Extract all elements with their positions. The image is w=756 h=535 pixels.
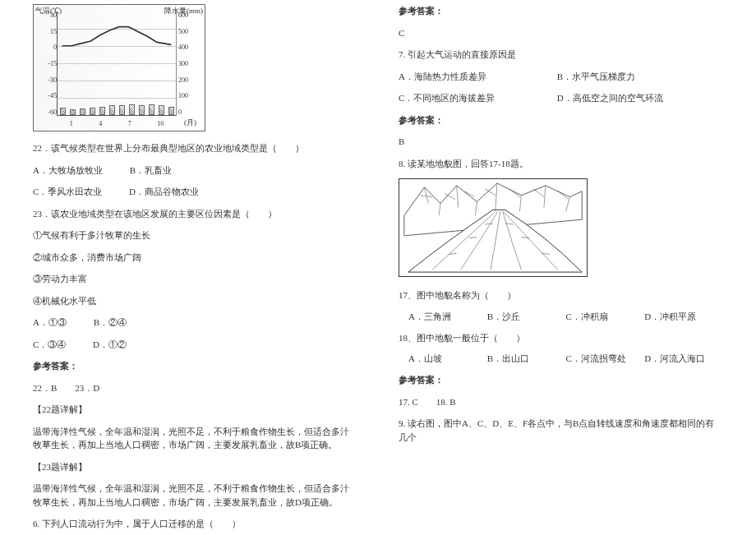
month-axis-ticks: 1 4 7 10 [57, 120, 177, 127]
answer-22-23: 22．B 23．D [33, 381, 357, 395]
q17-option-c: C．冲积扇 [566, 311, 645, 323]
q22-option-c: C．季风水田农业 [33, 185, 102, 199]
q7-options-row1: A．海陆热力性质差异 B．水平气压梯度力 [399, 70, 723, 84]
answer-label-1: 参考答案： [33, 359, 357, 373]
q23-stem-3: ③劳动力丰富 [33, 272, 357, 286]
q18-option-a: A．山坡 [399, 353, 487, 365]
q22-options-row1: A．大牧场放牧业 B．乳畜业 [33, 164, 357, 178]
q23-option-a: A．①③ [33, 316, 67, 330]
chart-plot-area [57, 12, 177, 116]
temp-axis-ticks: 30 15 0 -15 -30 -45 -60 [42, 12, 57, 116]
q22-option-d: D．商品谷物农业 [129, 185, 199, 199]
question-8: 8. 读某地地貌图，回答17-18题。 [399, 157, 723, 171]
q17-options: A．三角洲 B．沙丘 C．冲积扇 D．冲积平原 [399, 311, 723, 323]
explain-22-heading: 【22题详解】 [33, 403, 357, 417]
answer-6: C [399, 26, 723, 40]
q7-option-d: D．高低空之间的空气环流 [557, 91, 663, 105]
q17-option-a: A．三角洲 [399, 311, 487, 323]
answer-label-4: 参考答案： [399, 373, 723, 387]
question-7: 7. 引起大气运动的直接原因是 [399, 48, 723, 62]
q18-option-b: B．出山口 [487, 353, 566, 365]
question-22: 22．该气候类型在世界上分布最典型地区的农业地域类型是（ ） [33, 141, 357, 155]
right-column: 参考答案： C 7. 引起大气运动的直接原因是 A．海陆热力性质差异 B．水平气… [378, 4, 731, 531]
q23-stem-1: ①气候有利于多汁牧草的生长 [33, 228, 357, 242]
explain-23-heading: 【23题详解】 [33, 460, 357, 474]
question-17: 17、图中地貌名称为（ ） [399, 288, 723, 302]
q7-option-b: B．水平气压梯度力 [557, 70, 635, 84]
q23-options-row2: C．③④ D．①② [33, 338, 357, 352]
landform-figure [399, 178, 588, 277]
month-axis-label: (月) [184, 118, 196, 128]
question-6: 6. 下列人口流动行为中，属于人口迁移的是（ ） [33, 517, 357, 531]
q7-options-row2: C．不同地区的海拔差异 D．高低空之间的空气环流 [399, 91, 723, 105]
q23-option-b: B．②④ [94, 316, 127, 330]
question-9: 9. 读右图，图中A、C、D、E、F各点中，与B点自转线速度和角速度都相同的有几… [399, 417, 723, 444]
alluvial-fan-icon [399, 179, 587, 276]
q23-options-row1: A．①③ B．②④ [33, 316, 357, 330]
q22-option-b: B．乳畜业 [130, 164, 172, 178]
q22-option-a: A．大牧场放牧业 [33, 164, 103, 178]
q23-option-d: D．①② [93, 338, 127, 352]
q18-options: A．山坡 B．出山口 C．河流拐弯处 D．河流入海口 [399, 353, 723, 365]
explain-22-text: 温带海洋性气候，全年温和湿润，光照不足，不利于粮食作物生长，但适合多汁牧草生长，… [33, 425, 357, 452]
q18-option-c: C．河流拐弯处 [566, 353, 645, 365]
answer-17-18: 17. C 18. B [399, 395, 723, 409]
question-23: 23．该农业地域类型在该地区发展的主要区位因素是（ ） [33, 207, 357, 221]
climate-chart: 气温(℃) 30 15 0 -15 -30 -45 -60 降水量(mm) 60… [33, 4, 205, 131]
q23-option-c: C．③④ [33, 338, 66, 352]
q22-options-row2: C．季风水田农业 D．商品谷物农业 [33, 185, 357, 199]
q23-stem-2: ②城市众多，消费市场广阔 [33, 251, 357, 265]
q18-option-d: D．河流入海口 [644, 353, 723, 365]
answer-label-3: 参考答案： [399, 113, 723, 127]
q17-option-b: B．沙丘 [487, 311, 566, 323]
precip-axis-ticks: 600 500 400 300 200 100 0 [178, 12, 195, 116]
question-18: 18、图中地貌一般位于（ ） [399, 331, 723, 345]
q7-option-c: C．不同地区的海拔差异 [399, 91, 530, 105]
temp-line [58, 12, 176, 130]
explain-23-text: 温带海洋性气候，全年温和湿润，光照不足，不利于粮食作物生长，但适合多汁牧草生长，… [33, 482, 357, 509]
q7-option-a: A．海陆热力性质差异 [399, 70, 530, 84]
q23-stem-4: ④机械化水平低 [33, 294, 357, 308]
answer-label-2: 参考答案： [399, 4, 723, 18]
q17-option-d: D．冲积平原 [644, 311, 723, 323]
answer-7: B [399, 135, 723, 149]
left-column: 气温(℃) 30 15 0 -15 -30 -45 -60 降水量(mm) 60… [25, 4, 378, 531]
